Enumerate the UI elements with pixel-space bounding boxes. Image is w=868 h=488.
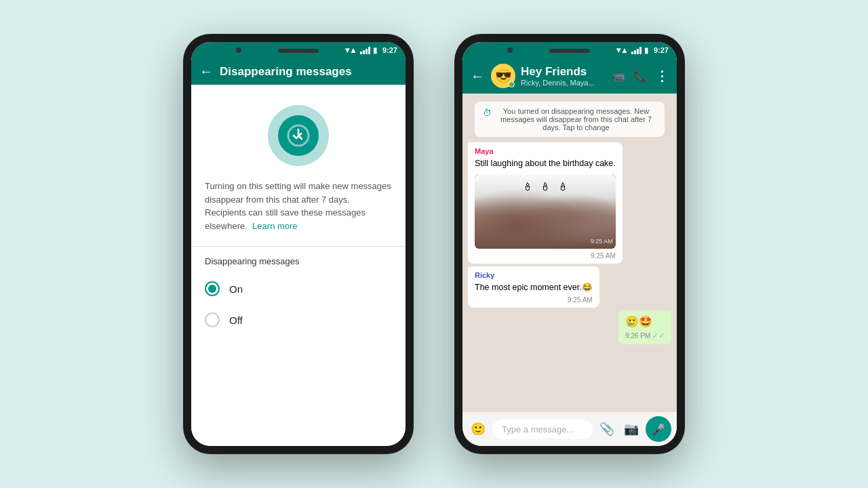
phone-left: ▾▲ ▮ 9:27 ← Disappearing messages <box>183 34 414 454</box>
bubble-time-ricky: 9:25 AM <box>475 296 593 305</box>
system-message-text: You turned on disappearing messages. New… <box>496 107 656 131</box>
wifi-icon-right: ▾▲ <box>616 45 629 55</box>
group-avatar: 😎 <box>491 64 515 88</box>
chat-title: Hey Friends <box>521 65 612 79</box>
message-maya: Maya Still laughing about the birthday c… <box>468 142 623 264</box>
emoji-button[interactable]: 🙂 <box>468 419 488 439</box>
back-button-left[interactable]: ← <box>199 64 213 79</box>
signal-icon-right <box>631 47 642 54</box>
bubble-text-sent: 🥲🤩 <box>625 316 652 327</box>
timer-check-icon <box>287 124 310 147</box>
bubble-text-ricky: The most epic moment ever.😂 <box>475 283 593 292</box>
phone-inner-left: ▾▲ ▮ 9:27 ← Disappearing messages <box>191 42 406 446</box>
dm-option-off[interactable]: Off <box>191 304 406 336</box>
bubble-sender-maya: Maya <box>475 146 616 157</box>
camera-left <box>236 47 241 53</box>
learn-more-link[interactable]: Learn more <box>252 221 297 231</box>
attach-button[interactable]: 📎 <box>597 419 617 439</box>
dm-description: Turning on this setting will make new me… <box>191 180 406 247</box>
dm-option-label-on: On <box>229 283 243 295</box>
battery-icon-left: ▮ <box>373 46 377 55</box>
candle-2: 🕯 <box>540 180 551 195</box>
dm-icon-inner <box>278 115 319 156</box>
double-check-icon: ✓✓ <box>652 331 665 340</box>
dm-content: Turning on this setting will make new me… <box>191 85 406 446</box>
online-indicator <box>509 81 515 87</box>
dm-icon-area <box>191 85 406 180</box>
battery-icon-right: ▮ <box>644 46 648 55</box>
chat-area: ⏱ You turned on disappearing messages. N… <box>462 94 677 412</box>
header-title-left: Disappearing messages <box>220 65 397 79</box>
bubble-time-maya: 9:25 AM <box>475 251 616 261</box>
dm-section-title: Disappearing messages <box>191 247 406 273</box>
candle-1: 🕯 <box>522 180 533 195</box>
status-icons-left: ▾▲ ▮ 9:27 <box>345 45 397 55</box>
more-options-icon[interactable]: ⋮ <box>655 68 669 84</box>
phone-right: ▾▲ ▮ 9:27 ← 😎 <box>454 34 685 454</box>
system-message[interactable]: ⏱ You turned on disappearing messages. N… <box>475 102 665 137</box>
cake-candles: 🕯 🕯 🕯 <box>522 180 568 195</box>
radio-inner-on <box>208 285 216 293</box>
video-call-icon[interactable]: 📹 <box>612 70 625 83</box>
signal-icon-left <box>360 47 370 54</box>
chat-header-info: Hey Friends Ricky, Dennis, Maya... <box>521 65 612 87</box>
dm-icon-circle <box>268 105 329 166</box>
input-placeholder: Type a message... <box>502 424 574 434</box>
voice-call-icon[interactable]: 📞 <box>633 70 647 83</box>
chat-header-icons: 📹 📞 ⋮ <box>612 68 669 84</box>
bubble-time-sent: 9:26 PM ✓✓ <box>625 331 665 341</box>
message-sent: 🥲🤩 9:26 PM ✓✓ <box>618 310 671 344</box>
cake-image: 🕯 🕯 🕯 9:25 AM <box>475 174 616 249</box>
camera-right <box>507 47 513 53</box>
dm-description-text: Turning on this setting will make new me… <box>205 181 391 231</box>
bubble-text-maya: Still laughing about the birthday cake. <box>475 159 616 168</box>
radio-off[interactable] <box>205 312 220 327</box>
radio-on[interactable] <box>205 281 220 296</box>
back-button-right[interactable]: ← <box>471 68 484 84</box>
message-ricky: Ricky The most epic moment ever.😂 9:25 A… <box>468 266 599 308</box>
mic-button[interactable]: 🎤 <box>646 416 671 442</box>
status-icons-right: ▾▲ ▮ 9:27 <box>616 45 669 55</box>
phone-inner-right: ▾▲ ▮ 9:27 ← 😎 <box>462 42 677 446</box>
mic-icon: 🎤 <box>652 423 665 436</box>
dm-option-label-off: Off <box>229 314 243 326</box>
speaker-left <box>278 49 319 53</box>
sent-time-text: 9:26 PM <box>625 332 650 340</box>
clock-icon: ⏱ <box>483 108 492 118</box>
chat-input-bar: 🙂 Type a message... 📎 📷 🎤 <box>462 412 677 446</box>
candle-3: 🕯 <box>557 180 568 195</box>
camera-button[interactable]: 📷 <box>621 419 642 439</box>
time-right: 9:27 <box>654 46 669 54</box>
speaker-right <box>549 49 590 53</box>
dm-option-on[interactable]: On <box>191 273 406 304</box>
bubble-sender-ricky: Ricky <box>475 270 593 281</box>
message-input[interactable]: Type a message... <box>492 420 593 439</box>
scene: ▾▲ ▮ 9:27 ← Disappearing messages <box>0 0 868 488</box>
image-time-maya: 9:25 AM <box>591 237 613 246</box>
chat-subtitle: Ricky, Dennis, Maya... <box>521 79 612 87</box>
wifi-icon: ▾▲ <box>345 45 357 55</box>
wa-header-right: ← 😎 Hey Friends Ricky, Dennis, Maya... 📹… <box>462 58 677 94</box>
time-left: 9:27 <box>382 46 397 54</box>
wa-header-left: ← Disappearing messages <box>191 58 406 85</box>
